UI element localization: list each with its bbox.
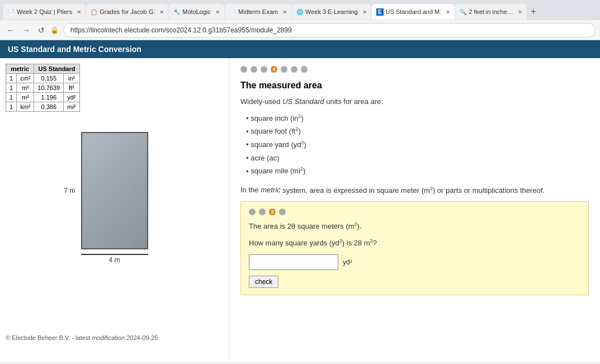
question-text: How many square yards (yd2) is 28 m2?: [249, 238, 580, 249]
dot-5: [281, 66, 287, 73]
forward-button[interactable]: →: [20, 25, 32, 36]
question-box: 3 The area is 28 square meters (m2). How…: [240, 201, 589, 295]
metric-emphasis: metric: [261, 186, 280, 195]
tab-close-usstandard[interactable]: ✕: [446, 9, 450, 15]
dot-1: [240, 66, 247, 73]
progress-dots-question: 3: [249, 209, 580, 215]
lock-icon: 🔒: [50, 26, 59, 34]
list-item: square mile (mi2): [246, 166, 589, 177]
metric-text-2: system, area is expressed in square mete…: [282, 186, 545, 195]
right-panel: 4 The measured area Widely-used US Stand…: [229, 58, 600, 362]
address-bar[interactable]: [63, 23, 596, 37]
tab-close-2feet[interactable]: ✕: [518, 9, 522, 15]
q-dot-4: [279, 209, 286, 215]
browser-chrome: 📄 Week 2 Quiz | Pliers ✕ 📋 Grades for Ja…: [0, 0, 600, 40]
intro-text-1: Widely-used: [240, 97, 282, 106]
dot-6: [291, 66, 297, 73]
tab-usstandard[interactable]: E US Standard and M: ✕: [372, 4, 455, 20]
tab-close-week3[interactable]: ✕: [362, 9, 367, 15]
page-header: US Standard and Metric Conversion: [0, 40, 600, 58]
intro-paragraph: Widely-used US Standard units for area a…: [240, 96, 589, 107]
back-button[interactable]: ←: [4, 25, 17, 36]
page-footer: © Electude Beheer B.V. - latest modifica…: [6, 328, 223, 347]
nav-bar: ← → ↺ 🔒: [0, 20, 600, 40]
metric-text-1: In the: [240, 186, 261, 195]
dot-3: [261, 66, 267, 73]
table-header-metric: metric: [6, 64, 34, 74]
answer-row: yd²: [249, 254, 580, 270]
diagram-area: 7 m 4 m: [6, 121, 223, 261]
tab-close-grades[interactable]: ✕: [159, 9, 164, 15]
dot-7: [301, 66, 308, 73]
tab-close-week2quiz[interactable]: ✕: [77, 9, 81, 15]
progress-dots-top: 4: [240, 66, 589, 73]
table-row: 1 km² 0.386 mi²: [6, 102, 80, 112]
tab-midterm[interactable]: 📄 Midterm Exam ✕: [225, 4, 291, 20]
tab-2feet[interactable]: 🔍 2 feet in inches - S: ✕: [455, 4, 527, 20]
diagram-width-label: 4 m: [108, 256, 120, 264]
rectangle-shape: [81, 132, 148, 249]
list-item: square inch (in2): [246, 113, 589, 124]
diagram-wrapper: 7 m 4 m: [81, 132, 148, 249]
tab-grades[interactable]: 📋 Grades for Jacob G: ✕: [86, 4, 168, 20]
conversion-table: metric US Standard 1 cm² 0.155 in² 1 m² …: [6, 64, 80, 112]
statement-text: The area is 28 square meters (m2).: [249, 221, 580, 232]
tab-motologic[interactable]: 🔧 MotoLogic ✕: [169, 4, 224, 20]
tab-bar: 📄 Week 2 Quiz | Pliers ✕ 📋 Grades for Ja…: [0, 0, 600, 20]
tab-close-motologic[interactable]: ✕: [215, 9, 220, 15]
dot-2: [251, 66, 257, 73]
q-dot-1: [249, 209, 256, 215]
table-row: 1 m² 10.7639 ft²: [6, 83, 80, 93]
left-panel: metric US Standard 1 cm² 0.155 in² 1 m² …: [0, 58, 229, 362]
tab-close-midterm[interactable]: ✕: [282, 9, 287, 15]
dot-4-active: 4: [271, 66, 277, 73]
table-row: 1 cm² 0.155 in²: [6, 74, 80, 83]
main-content: metric US Standard 1 cm² 0.155 in² 1 m² …: [0, 58, 600, 362]
tab-week2quiz[interactable]: 📄 Week 2 Quiz | Pliers ✕: [3, 4, 86, 20]
section-title: The measured area: [240, 81, 589, 91]
diagram-height-label: 7 m: [64, 187, 75, 195]
answer-input[interactable]: [249, 254, 338, 270]
table-row: 1 m² 1.196 yd²: [6, 93, 80, 102]
refresh-button[interactable]: ↺: [36, 25, 47, 36]
q-dot-2: [259, 209, 266, 215]
metric-paragraph: In the metric system, area is expressed …: [240, 185, 589, 196]
list-item: square yard (yd2): [246, 139, 589, 150]
page-title: US Standard and Metric Conversion: [8, 45, 141, 54]
units-list: square inch (in2) square foot (ft2) squa…: [240, 113, 589, 177]
add-tab-button[interactable]: +: [527, 7, 539, 17]
intro-text-2: units for area are:: [326, 97, 383, 106]
tab-week3[interactable]: 🌐 Week 3 E-Learning ✕: [292, 4, 371, 20]
list-item: square foot (ft2): [246, 126, 589, 137]
check-button[interactable]: check: [249, 276, 278, 288]
list-item: acre (ac): [246, 153, 589, 164]
bottom-line: [81, 254, 148, 255]
unit-label: yd²: [343, 258, 352, 266]
table-header-us: US Standard: [34, 64, 79, 74]
q-dot-3-active: 3: [269, 209, 276, 215]
intro-emphasis: US Standard: [282, 97, 324, 106]
footer-text: © Electude Beheer B.V. - latest modifica…: [6, 334, 158, 341]
